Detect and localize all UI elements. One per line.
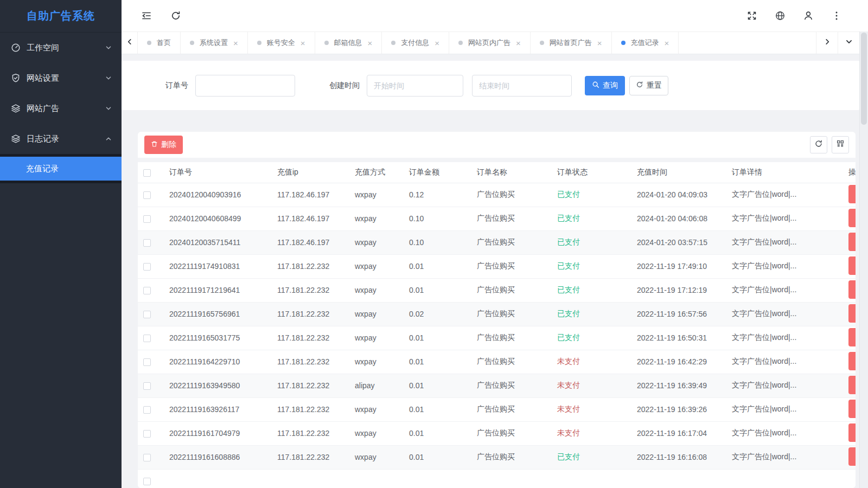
row-delete-button[interactable] bbox=[848, 400, 856, 418]
tab-6[interactable]: 网站首页广告× bbox=[531, 32, 612, 54]
cell-status: 已支付 bbox=[552, 278, 631, 302]
sidebar-item-3[interactable]: 日志记录 bbox=[0, 124, 122, 154]
tab-close-icon[interactable]: × bbox=[665, 39, 669, 47]
row-checkbox[interactable] bbox=[143, 406, 151, 414]
tab-close-icon[interactable]: × bbox=[233, 39, 238, 47]
row-delete-button[interactable] bbox=[848, 233, 856, 251]
table-columns-button[interactable] bbox=[832, 136, 849, 153]
row-delete-button[interactable] bbox=[848, 328, 856, 346]
row-delete-button[interactable] bbox=[848, 256, 856, 275]
sidebar-item-0[interactable]: 工作空间 bbox=[0, 33, 122, 63]
row-delete-button[interactable] bbox=[848, 280, 856, 299]
cell-name: 广告位购买 bbox=[471, 183, 552, 207]
refresh-icon[interactable] bbox=[170, 10, 181, 21]
row-checkbox[interactable] bbox=[143, 358, 151, 366]
row-delete-button[interactable] bbox=[848, 447, 856, 466]
column-header-status: 订单状态 bbox=[552, 162, 631, 183]
row-checkbox[interactable] bbox=[143, 382, 151, 390]
globe-icon[interactable] bbox=[775, 10, 786, 21]
sidebar-subitem-0[interactable]: 充值记录 bbox=[0, 157, 122, 181]
menu-fold-icon[interactable] bbox=[141, 10, 152, 21]
row-checkbox[interactable] bbox=[143, 263, 151, 271]
end-time-input[interactable] bbox=[472, 75, 572, 97]
row-delete-button[interactable] bbox=[848, 185, 856, 203]
cell-method: wxpay bbox=[349, 207, 404, 230]
created-time-label: 创建时间 bbox=[329, 81, 360, 91]
vertical-scrollbar[interactable] bbox=[859, 31, 868, 488]
sidebar-item-2[interactable]: 网站广告 bbox=[0, 93, 122, 124]
cell-time: 2022-11-19 17:12:19 bbox=[631, 278, 726, 302]
row-checkbox[interactable] bbox=[143, 311, 151, 318]
row-checkbox[interactable] bbox=[143, 215, 151, 223]
row-delete-button[interactable] bbox=[848, 376, 856, 394]
sidebar-item-label: 网站设置 bbox=[27, 73, 105, 84]
tab-dropdown-button[interactable] bbox=[838, 32, 859, 54]
toolbar-divider bbox=[138, 158, 856, 162]
cell-order-no: 20240120040608499 bbox=[164, 207, 272, 230]
tab-list: 首页系统设置×账号安全×邮箱信息×支付信息×网站页内广告×网站首页广告×充值记录… bbox=[138, 32, 816, 54]
cell-order-no: 20221119165031775 bbox=[164, 326, 272, 350]
row-checkbox-cell bbox=[138, 326, 164, 350]
start-time-input[interactable] bbox=[367, 75, 463, 97]
tab-prev-button[interactable] bbox=[122, 32, 138, 54]
cell-actions bbox=[843, 207, 856, 230]
search-button[interactable]: 查询 bbox=[585, 76, 625, 95]
app-title: 自助广告系统 bbox=[0, 0, 122, 33]
cell-order-no: 20221119174910831 bbox=[164, 254, 272, 278]
row-checkbox[interactable] bbox=[143, 335, 151, 342]
tab-close-icon[interactable]: × bbox=[368, 39, 373, 47]
fullscreen-icon[interactable] bbox=[746, 10, 757, 21]
reset-icon bbox=[636, 81, 643, 90]
row-checkbox[interactable] bbox=[143, 191, 151, 199]
cell-order-no: 20221119165756961 bbox=[164, 302, 272, 326]
tab-close-icon[interactable]: × bbox=[516, 39, 521, 47]
sidebar-item-1[interactable]: 网站设置 bbox=[0, 63, 122, 93]
table-wrapper: 订单号 充值ip 充值方式 订单金额 订单名称 订单状态 充值时间 订单详情 操… bbox=[138, 162, 856, 488]
cell-name: 广告位购买 bbox=[471, 350, 552, 374]
order-no-input[interactable] bbox=[195, 75, 295, 97]
cell-ip: 117.182.46.197 bbox=[272, 207, 349, 230]
tab-3[interactable]: 邮箱信息× bbox=[315, 32, 382, 54]
row-checkbox[interactable] bbox=[143, 430, 151, 438]
tab-7[interactable]: 充值记录× bbox=[612, 32, 679, 54]
kebab-menu-icon[interactable] bbox=[831, 10, 842, 21]
cell-method: wxpay bbox=[349, 302, 404, 326]
row-checkbox[interactable] bbox=[143, 454, 151, 461]
row-delete-button[interactable] bbox=[848, 304, 856, 323]
refresh-icon bbox=[814, 139, 823, 150]
row-checkbox[interactable] bbox=[143, 478, 151, 485]
select-all-checkbox[interactable] bbox=[143, 169, 151, 177]
tab-label: 账号安全 bbox=[267, 38, 295, 48]
cell-amount: 0.12 bbox=[404, 183, 471, 207]
reset-button[interactable]: 重置 bbox=[629, 76, 668, 95]
row-delete-button[interactable] bbox=[848, 352, 856, 370]
row-delete-button[interactable] bbox=[848, 209, 856, 227]
chevron-right-icon bbox=[824, 38, 831, 48]
table-refresh-button[interactable] bbox=[810, 136, 827, 153]
tab-2[interactable]: 账号安全× bbox=[248, 32, 315, 54]
cell-ip: 117.181.22.232 bbox=[272, 374, 349, 397]
column-header-method: 充值方式 bbox=[349, 162, 404, 183]
tab-close-icon[interactable]: × bbox=[435, 39, 439, 47]
row-delete-button[interactable] bbox=[848, 423, 856, 442]
row-checkbox-cell bbox=[138, 397, 164, 421]
header-checkbox-cell bbox=[138, 162, 164, 183]
tab-next-button[interactable] bbox=[816, 32, 838, 54]
tab-4[interactable]: 支付信息× bbox=[382, 32, 449, 54]
tab-0[interactable]: 首页 bbox=[138, 32, 181, 54]
cell-ip: 117.181.22.232 bbox=[272, 397, 349, 421]
tab-close-icon[interactable]: × bbox=[301, 39, 305, 47]
tab-5[interactable]: 网站页内广告× bbox=[449, 32, 531, 54]
tab-1[interactable]: 系统设置× bbox=[181, 32, 248, 54]
delete-button[interactable]: 删除 bbox=[144, 136, 183, 154]
cell-time bbox=[631, 469, 726, 488]
cell-status: 未支付 bbox=[552, 350, 631, 374]
cell-amount: 0.10 bbox=[404, 230, 471, 254]
row-checkbox[interactable] bbox=[143, 239, 151, 247]
scrollbar-thumb[interactable] bbox=[861, 33, 867, 125]
tab-close-icon[interactable]: × bbox=[597, 39, 602, 47]
tab-dot-icon bbox=[257, 41, 261, 45]
tab-label: 首页 bbox=[157, 38, 171, 48]
row-checkbox[interactable] bbox=[143, 287, 151, 294]
user-icon[interactable] bbox=[803, 10, 814, 21]
